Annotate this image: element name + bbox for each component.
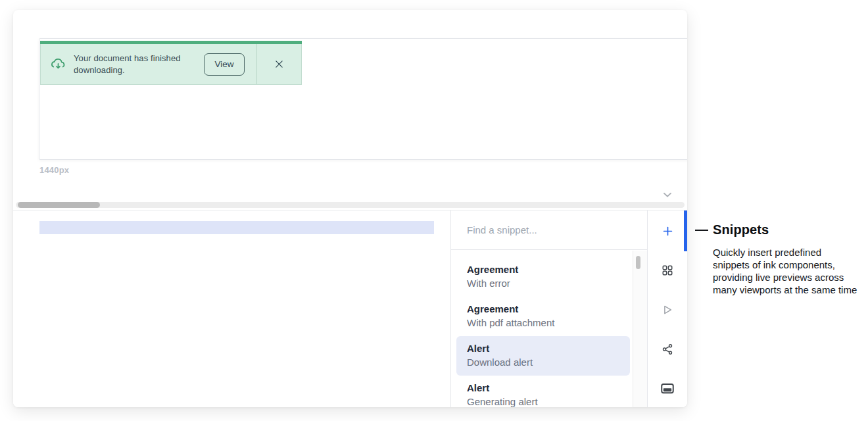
toast-body: Your document has finished downloading. … (41, 44, 301, 84)
snippet-list-item[interactable]: Alert Generating alert (456, 376, 630, 407)
callout-connector-line (695, 230, 708, 231)
snippet-list-item[interactable]: Alert Download alert (456, 336, 630, 376)
browser-preview-tool-button[interactable] (654, 376, 681, 402)
view-button[interactable]: View (204, 53, 245, 76)
snippet-title: Alert (467, 342, 619, 355)
share-icon (662, 343, 673, 355)
app-window: Your document has finished downloading. … (13, 10, 687, 407)
chevron-down-icon (661, 188, 674, 201)
screenshot-canvas: Your document has finished downloading. … (0, 0, 868, 421)
active-tool-indicator (684, 210, 687, 251)
run-tool-button[interactable] (654, 297, 681, 323)
collapse-preview-button[interactable] (659, 186, 676, 203)
toast-message: Your document has finished downloading. (74, 53, 192, 76)
snippet-subtitle: Generating alert (467, 395, 619, 407)
snippet-search-input[interactable] (451, 210, 647, 250)
snippet-subtitle: Download alert (467, 355, 619, 369)
plus-icon (662, 225, 674, 237)
snippet-list-scrollbar-thumb[interactable] (636, 256, 640, 269)
browser-icon (661, 383, 674, 395)
editor-area[interactable] (13, 210, 450, 407)
play-icon (662, 304, 673, 316)
snippet-subtitle: With error (467, 276, 619, 290)
snippet-list-item[interactable]: Agreement With error (456, 257, 630, 297)
workspace-section: Agreement With error Agreement With pdf … (13, 210, 687, 407)
snippets-tool-button[interactable] (654, 218, 681, 244)
snippet-title: Agreement (467, 303, 619, 316)
grid-icon (662, 264, 673, 276)
viewport-preview-panel: Your document has finished downloading. … (39, 38, 687, 160)
viewport-width-label: 1440px (39, 165, 69, 175)
tool-rail (648, 210, 687, 407)
components-tool-button[interactable] (654, 257, 681, 284)
snippet-list-item[interactable]: Agreement With pdf attachment (456, 297, 630, 336)
snippet-list-scrollbar[interactable] (633, 251, 647, 407)
snippet-subtitle: With pdf attachment (467, 316, 619, 330)
snippet-panel: Agreement With error Agreement With pdf … (450, 210, 648, 407)
callout-description: Quickly insert predefined snippets of in… (713, 246, 859, 296)
callout-title: Snippets (713, 222, 769, 237)
editor-highlighted-line (39, 221, 434, 234)
cloud-download-icon (50, 57, 66, 72)
toast-close-button[interactable] (257, 44, 301, 84)
horizontal-scrollbar[interactable] (16, 202, 685, 208)
horizontal-scrollbar-thumb[interactable] (18, 202, 100, 208)
snippet-title: Alert (467, 382, 619, 395)
close-icon (274, 59, 285, 70)
snippet-title: Agreement (467, 263, 619, 276)
download-toast: Your document has finished downloading. … (40, 41, 302, 85)
share-tool-button[interactable] (654, 336, 681, 362)
snippet-list: Agreement With error Agreement With pdf … (451, 251, 633, 407)
